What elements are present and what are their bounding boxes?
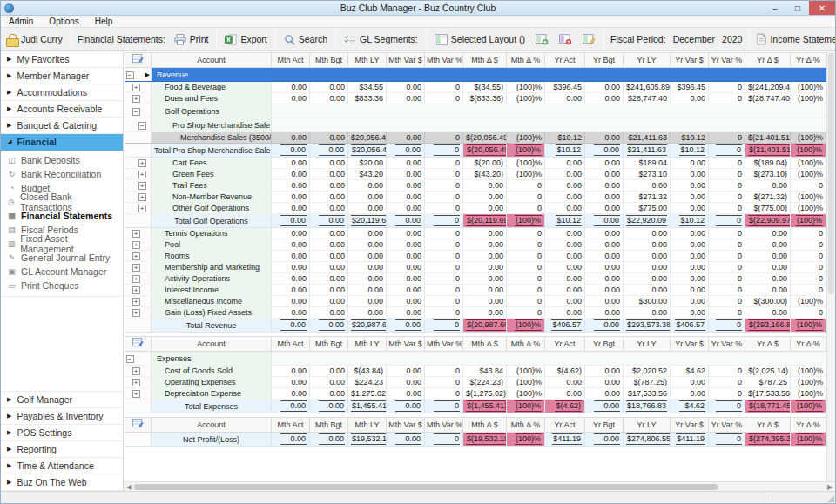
value-cell[interactable]: $271.32 — [624, 192, 671, 203]
grid-row-interest-income[interactable]: +Interest Income0.000.000.000.0000.0000.… — [125, 285, 826, 296]
value-cell[interactable]: 0.00 — [310, 82, 348, 93]
value-cell[interactable]: $(22,909.97) — [745, 214, 791, 228]
value-cell[interactable]: 0.00 — [387, 203, 425, 214]
value-cell[interactable]: 0 — [507, 180, 545, 192]
value-cell[interactable]: 0.00 — [310, 214, 348, 228]
value-cell[interactable]: 0.00 — [624, 239, 671, 251]
grid-row-membership-and-marketing[interactable]: +Membership and Marketing0.000.000.000.0… — [125, 262, 826, 273]
value-cell[interactable]: 0.00 — [310, 262, 348, 273]
close-button[interactable]: ✕ — [809, 1, 835, 15]
value-cell[interactable]: (100)% — [507, 93, 545, 104]
value-cell[interactable]: 0.00 — [272, 377, 310, 388]
scroll-left-arrow[interactable]: ◀ — [124, 483, 134, 491]
value-cell[interactable]: $10.12 — [671, 144, 709, 158]
expand-icon[interactable]: + — [138, 193, 146, 201]
grid-row-gain-loss-fixed-assets[interactable]: +Gain (Loss) Fixed Assets0.000.000.000.0… — [125, 307, 826, 319]
value-cell[interactable]: $(20,056.49) — [463, 132, 507, 144]
account-cell[interactable]: Total Pro Shop Merchandise Sale — [152, 144, 272, 158]
value-cell[interactable]: 0.00 — [272, 228, 310, 239]
horizontal-scrollbar-thumb[interactable] — [134, 484, 718, 490]
value-cell[interactable]: $(1,455.41) — [463, 400, 507, 413]
value-cell[interactable]: 0 — [425, 251, 463, 262]
account-cell[interactable]: Membership and Marketing — [152, 262, 272, 273]
column-header-account[interactable]: Account — [152, 53, 272, 68]
account-cell[interactable]: Cart Fees — [152, 158, 272, 169]
grid-row-operating-expenses[interactable]: +Operating Expenses0.000.00$224.230.000$… — [125, 377, 826, 388]
value-cell[interactable]: 0 — [507, 285, 545, 296]
value-cell[interactable]: 0.00 — [671, 377, 709, 388]
band-icon-cell[interactable] — [125, 337, 152, 352]
grid-row-trail-fees[interactable]: +Trail Fees0.000.000.000.0000.0000.000.0… — [125, 180, 826, 192]
value-cell[interactable]: $(273.10) — [745, 169, 791, 180]
column-header-yr-act[interactable]: Yr Act — [545, 53, 585, 68]
value-cell[interactable]: 0.00 — [272, 400, 310, 413]
column-header-yr-bgt[interactable]: Yr Bgt — [585, 418, 624, 433]
sidebar-item-accounts-receivable[interactable]: ▶Accounts Receivable — [1, 101, 123, 118]
value-cell[interactable]: 0 — [425, 433, 463, 447]
value-cell[interactable]: 0.00 — [585, 239, 624, 251]
print-button[interactable]: Print — [169, 32, 214, 47]
value-cell[interactable]: $(775.00) — [745, 203, 791, 214]
value-cell[interactable]: $10.12 — [545, 132, 585, 144]
value-cell[interactable]: 0.00 — [310, 192, 348, 203]
value-cell[interactable]: 0.00 — [463, 273, 507, 285]
value-cell[interactable]: 0.00 — [387, 180, 425, 192]
account-cell[interactable]: Operating Expenses — [152, 377, 272, 388]
value-cell[interactable]: $(20,119.69) — [463, 214, 507, 228]
column-header-mth-ly[interactable]: Mth LY — [348, 337, 387, 352]
value-cell[interactable]: $(4.62) — [545, 400, 585, 413]
value-cell[interactable]: 0.00 — [272, 296, 310, 307]
scroll-right-arrow[interactable]: ▶ — [825, 483, 835, 491]
value-cell[interactable]: 0 — [791, 273, 826, 285]
value-cell[interactable]: $273.10 — [624, 169, 671, 180]
value-cell[interactable]: 0.00 — [545, 388, 585, 400]
value-cell[interactable]: (100)% — [507, 400, 545, 413]
value-cell[interactable]: 0.00 — [545, 377, 585, 388]
value-cell[interactable]: 0.00 — [545, 251, 585, 262]
value-cell[interactable]: 0 — [709, 228, 745, 239]
value-cell[interactable]: (100)% — [791, 400, 826, 413]
column-header-mth-var-[interactable]: Mth Var % — [425, 337, 463, 352]
value-cell[interactable]: 0.00 — [272, 262, 310, 273]
value-cell[interactable]: 0.00 — [272, 180, 310, 192]
value-cell[interactable]: (100)% — [791, 203, 826, 214]
column-header-mth-bgt[interactable]: Mth Bgt — [310, 337, 348, 352]
value-cell[interactable]: 0.00 — [745, 262, 791, 273]
value-cell[interactable]: 0.00 — [387, 366, 425, 377]
horizontal-scrollbar[interactable]: ◀ ▶ — [124, 481, 835, 491]
value-cell[interactable]: 0.00 — [671, 180, 709, 192]
value-cell[interactable]: 0 — [425, 144, 463, 158]
value-cell[interactable]: 0.00 — [671, 285, 709, 296]
column-header-yr-[interactable]: Yr Δ % — [791, 418, 826, 433]
value-cell[interactable]: 0 — [791, 180, 826, 192]
value-cell[interactable]: 0 — [709, 180, 745, 192]
search-button[interactable]: Search — [279, 32, 333, 47]
value-cell[interactable]: (100)% — [507, 319, 545, 333]
column-header-yr-var-[interactable]: Yr Var $ — [671, 418, 709, 433]
column-header-mth-bgt[interactable]: Mth Bgt — [310, 418, 348, 433]
value-cell[interactable]: 0.00 — [310, 132, 348, 144]
value-cell[interactable]: (100)% — [507, 132, 545, 144]
account-cell[interactable]: Interest Income — [152, 285, 272, 296]
value-cell[interactable]: 0.00 — [585, 388, 624, 400]
grid-row-green-fees[interactable]: +Green Fees0.000.00$43.200.000$(43.20)(1… — [125, 169, 826, 180]
column-header-mth-var-[interactable]: Mth Var $ — [387, 53, 425, 68]
account-cell[interactable]: Pool — [152, 239, 272, 251]
value-cell[interactable]: (100)% — [791, 82, 826, 93]
value-cell[interactable]: 0.00 — [348, 262, 387, 273]
value-cell[interactable]: 0 — [709, 296, 745, 307]
value-cell[interactable]: 0 — [709, 319, 745, 333]
expand-icon[interactable]: + — [138, 182, 146, 190]
value-cell[interactable]: 0 — [709, 203, 745, 214]
resize-grip[interactable] — [827, 495, 834, 502]
value-cell[interactable]: $(20,056.49) — [463, 144, 507, 158]
grid-row-other-golf-operations[interactable]: +Other Golf Operations0.000.000.000.0000… — [125, 203, 826, 214]
value-cell[interactable]: 0 — [507, 273, 545, 285]
value-cell[interactable]: 0.00 — [585, 82, 624, 93]
gl-segments-button[interactable]: GL Segments: — [339, 32, 423, 47]
value-cell[interactable]: $10.12 — [671, 132, 709, 144]
minimize-button[interactable]: – — [764, 1, 786, 15]
value-cell[interactable]: $10.12 — [545, 144, 585, 158]
value-cell[interactable]: 0.00 — [387, 93, 425, 104]
value-cell[interactable]: 0.00 — [585, 169, 624, 180]
